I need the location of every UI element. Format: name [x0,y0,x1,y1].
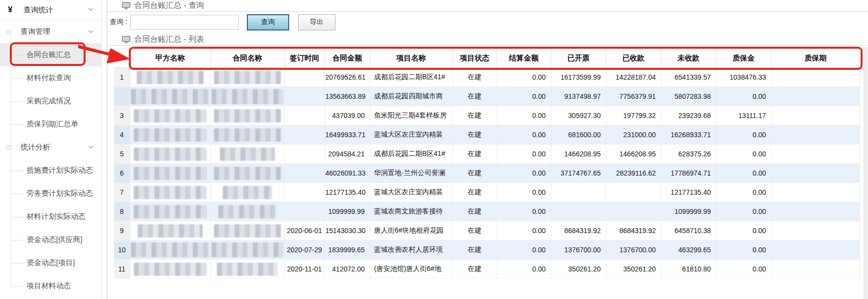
cell-invoiced: 1466208.95 [551,145,606,164]
table-row[interactable]: 92020-06-0115143030.30唐人街6#块地相府花园在建0.008… [114,221,860,240]
column-header[interactable]: 甲方名称 [130,49,210,68]
chevron-down-icon[interactable] [88,146,93,149]
cell-retention: 0.00 [716,125,771,145]
sidebar-items: ¥查询统计查询管理合同台账汇总材料付款查询采购完成情况质保到期汇总单统计分析措施… [0,0,101,298]
column-header[interactable]: 已收款 [606,49,661,68]
cell-project_name: 鱼米阳光三期4套样板房 [370,106,452,125]
search-button[interactable]: 查询 [247,14,289,30]
table-row[interactable]: 52094584.21成都后花园二期B区41#在建0.001466208.951… [114,145,860,164]
cell-invoiced [551,183,606,202]
row-number: 5 [114,145,130,164]
redacted-cell-contract_name [210,87,284,106]
cell-project_name: 蓝城改善农村人居环境 [370,240,452,260]
row-number: 6 [114,164,130,183]
chevron-down-icon[interactable] [88,30,93,33]
export-button[interactable]: 导出 [298,14,335,30]
tree-expand-icon[interactable] [6,146,10,150]
sidebar-item-label: 质保到期汇总单 [27,120,78,129]
blur-patch [131,242,209,257]
column-header[interactable]: 项目状态 [452,49,497,68]
query-section-header: 合同台账汇总 - 查询 [107,0,868,12]
sidebar-item-12[interactable]: 项目材料动态 [0,274,101,298]
row-number-header [114,49,130,68]
redacted-cell-party_a [130,106,210,125]
redacted-cell-contract_name [210,164,284,183]
cell-received: 14228187.04 [606,68,661,87]
query-input[interactable] [130,15,239,30]
cell-sign_date [284,125,325,145]
blur-patch [214,167,280,180]
cell-project_name: 蓝城大区农庄室内精装 [370,125,452,145]
table-row[interactable]: 712177135.40蓝城大区农庄室内精装在建0.0012177135.400… [114,183,860,202]
sidebar-item-label: 资金动态[供应商] [27,235,82,244]
sidebar-item-10[interactable]: 资金动态[供应商] [0,228,101,251]
sidebar-item-1[interactable]: 查询管理 [0,20,101,43]
table-row[interactable]: 120769526.61成都后花园二期B区41#在建0.0016173599.9… [114,68,860,87]
list-section-header: 合同台账汇总 - 列表 [107,34,868,46]
cell-invoiced: 16173599.99 [551,68,606,87]
cell-received: 350261.20 [606,260,661,279]
cell-retention: 0.00 [716,164,771,183]
redacted-cell-contract_name [210,260,284,279]
column-header[interactable]: 合同金额 [325,49,370,68]
blur-patch [220,148,275,161]
cell-sign_date [284,68,325,87]
column-header[interactable]: 未收款 [661,49,716,68]
cell-project_status: 在建 [452,125,497,145]
tree-expand-icon[interactable] [6,30,10,34]
column-header[interactable]: 质保期 [771,49,860,68]
redacted-cell-contract_name [210,125,284,145]
cell-retention_period [771,106,860,125]
cell-sign_date: 2020-11-01 [284,260,325,279]
redacted-cell-party_a [130,202,210,221]
table-row[interactable]: 646026091.33华润置地·兰州公司誉澜在建0.0037174767.65… [114,164,860,183]
sidebar-item-6[interactable]: 统计分析 [0,136,101,159]
sidebar-item-label: 资金动态[项目] [27,258,75,268]
cell-contract_amount: 2094584.21 [325,145,370,164]
row-number: 11 [114,260,130,279]
column-header[interactable]: 结算金额 [497,49,551,68]
chevron-down-icon[interactable] [88,8,93,11]
sidebar-item-0[interactable]: ¥查询统计 [0,0,101,20]
sidebar-item-9[interactable]: 材料计划实际动态 [0,205,101,228]
cell-invoiced: 681600.00 [551,125,606,145]
cell-retention_period [771,145,860,164]
column-header[interactable]: 质保金 [716,49,771,68]
cell-invoiced: 8684319.92 [551,221,606,240]
column-header[interactable]: 已开票 [551,49,606,68]
column-header[interactable]: 项目名称 [370,49,452,68]
redacted-cell-party_a [130,183,210,202]
table-row[interactable]: 3437039.00鱼米阳光三期4套样板房在建0.00305927.301977… [114,106,860,125]
table-row[interactable]: 81099999.99蓝城农商文旅游客接待在建0.001099999.990.0… [114,202,860,221]
blur-patch [134,109,207,122]
sidebar-item-3[interactable]: 材料付款查询 [0,66,101,90]
column-header[interactable]: 签订时间 [284,49,325,68]
table-row[interactable]: 213563663.89成都后花园四期城市商在建0.009137498.9777… [114,87,860,106]
cell-project_name: 蓝城大区农庄室内精装 [370,183,452,202]
cell-contract_amount: 16499933.71 [325,125,370,145]
sidebar-item-7[interactable]: 措施费计划实际动态 [0,159,101,182]
blur-patch [214,109,280,122]
cell-retention: 1038476.33 [716,68,771,87]
redacted-cell-party_a [130,87,210,106]
table-row[interactable]: 102020-07-291839999.65蓝城改善农村人居环境在建0.0013… [114,240,860,260]
sidebar-item-4[interactable]: 采购完成情况 [0,90,101,113]
sidebar-item-2[interactable]: 合同台账汇总 [0,43,101,66]
contracts-table: 甲方名称合同名称签订时间合同金额项目名称项目状态结算金额已开票已收款未收款质保金… [114,49,860,279]
blur-patch [134,128,207,142]
cell-project_status: 在建 [452,164,497,183]
table-row[interactable]: 416499933.71蓝城大区农庄室内精装在建0.00681600.00231… [114,125,860,145]
blur-patch [214,71,280,84]
vertical-scrollbar[interactable] [864,47,868,299]
cell-received: 231000.00 [606,125,661,145]
cell-unreceived: 239239.68 [661,106,716,125]
sidebar-item-11[interactable]: 资金动态[项目] [0,251,101,274]
cell-retention_period [771,183,860,202]
cell-settle_amount: 0.00 [497,106,551,125]
sidebar-item-8[interactable]: 劳务费计划实际动态 [0,182,101,205]
column-header[interactable]: 合同名称 [210,49,284,68]
redacted-cell-contract_name [210,240,284,260]
cell-project_name: 华润置地·兰州公司誉澜 [370,164,452,183]
table-row[interactable]: 112020-11-01412072.00(唐安池馆)唐人街6#地在建0.003… [114,260,860,279]
sidebar-item-5[interactable]: 质保到期汇总单 [0,113,101,136]
